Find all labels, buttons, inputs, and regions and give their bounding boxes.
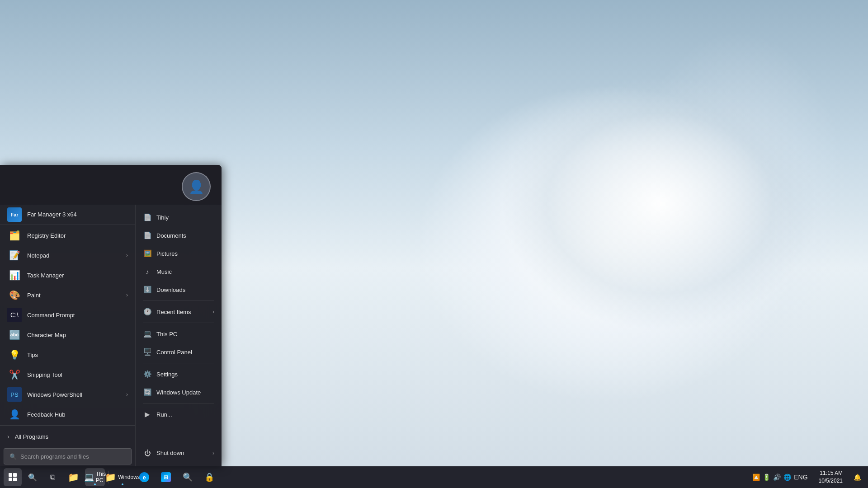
clock-date: 10/5/2021 bbox=[819, 477, 843, 485]
taskbar-search-icon: 🔍 bbox=[28, 473, 37, 482]
programs-separator bbox=[0, 425, 135, 426]
downloads-label: Downloads bbox=[156, 286, 185, 293]
user-avatar-button[interactable]: 👤 bbox=[182, 172, 211, 201]
settings-icon: ⚙️ bbox=[143, 370, 152, 379]
windows-logo-icon bbox=[9, 473, 17, 481]
tray-network-icon[interactable]: 🌐 bbox=[783, 474, 791, 481]
taskbar-edge-button[interactable]: e bbox=[134, 468, 154, 486]
program-item-powershell[interactable]: PS Windows PowerShell › bbox=[0, 385, 135, 404]
windows-folder-icon: 📁 bbox=[105, 472, 116, 483]
settings-label: Settings bbox=[156, 371, 178, 378]
right-item-settings[interactable]: ⚙️ Settings bbox=[136, 365, 222, 383]
paint-label: Paint bbox=[27, 292, 41, 299]
far-manager-label: Far Manager 3 x64 bbox=[27, 211, 77, 218]
right-separator-1 bbox=[143, 300, 214, 301]
taskbar-store-button[interactable]: ⊞ bbox=[156, 468, 176, 486]
feedback-hub-icon: 👤 bbox=[7, 407, 22, 422]
program-item-notepad[interactable]: 📝 Notepad › bbox=[0, 245, 135, 265]
program-item-tips[interactable]: 💡 Tips bbox=[0, 345, 135, 365]
program-item-feedback-hub[interactable]: 👤 Feedback Hub bbox=[0, 404, 135, 424]
taskbar-thispc-button[interactable]: 💻 This PC bbox=[85, 468, 105, 486]
search-icon: 🔍 bbox=[9, 453, 17, 460]
start-left-panel: Far Far Manager 3 x64 🗂️ Registry Editor… bbox=[0, 205, 136, 466]
clock-time: 11:15 AM bbox=[819, 469, 843, 477]
registry-editor-icon: 🗂️ bbox=[7, 228, 22, 243]
start-search-bar[interactable]: 🔍 bbox=[4, 448, 132, 465]
right-item-windows-update[interactable]: 🔄 Windows Update bbox=[136, 383, 222, 401]
program-item-command-prompt[interactable]: C:\ Command Prompt bbox=[0, 305, 135, 325]
tray-battery-icon[interactable]: 🔋 bbox=[763, 474, 770, 481]
tray-icons: 🔼 🔋 🔊 🌐 ENG bbox=[749, 474, 811, 481]
music-label: Music bbox=[156, 268, 172, 275]
task-manager-label: Task Manager bbox=[27, 272, 64, 279]
notepad-arrow: › bbox=[126, 252, 128, 258]
tips-icon: 💡 bbox=[7, 347, 22, 362]
right-item-documents[interactable]: 📄 Documents bbox=[136, 226, 222, 244]
command-prompt-icon: C:\ bbox=[7, 308, 22, 322]
shutdown-icon: ⏻ bbox=[143, 449, 152, 458]
right-item-recent-items[interactable]: 🕐 Recent Items › bbox=[136, 303, 222, 321]
recent-items-label: Recent Items bbox=[156, 309, 191, 315]
right-item-control-panel[interactable]: 🖥️ Control Panel bbox=[136, 343, 222, 361]
tihiy-icon: 📄 bbox=[143, 213, 152, 222]
search2-icon: 🔍 bbox=[183, 472, 193, 482]
windows-update-icon: 🔄 bbox=[143, 388, 152, 397]
shutdown-label: Shut down bbox=[156, 450, 184, 456]
thispc-taskbar-label: This PC bbox=[96, 471, 106, 483]
tray-sound-icon[interactable]: 🔊 bbox=[773, 474, 781, 481]
right-item-music[interactable]: ♪ Music bbox=[136, 263, 222, 281]
program-item-registry-editor[interactable]: 🗂️ Registry Editor bbox=[0, 225, 135, 245]
snipping-tool-label: Snipping Tool bbox=[27, 371, 62, 378]
program-item-paint[interactable]: 🎨 Paint › bbox=[0, 285, 135, 305]
right-separator-3 bbox=[143, 363, 214, 363]
all-programs-chevron: › bbox=[7, 433, 9, 440]
explorer-icon: 📁 bbox=[68, 472, 79, 483]
start-right-panel: 📄 Tihiy 📄 Documents 🖼️ Pictures ♪ Music … bbox=[136, 205, 222, 466]
task-manager-icon: 📊 bbox=[7, 268, 22, 282]
shutdown-arrow: › bbox=[212, 450, 214, 456]
notification-button[interactable]: 🔔 bbox=[850, 468, 864, 486]
horse-illustration bbox=[416, 45, 823, 361]
paint-icon: 🎨 bbox=[7, 288, 22, 302]
snipping-tool-icon: ✂️ bbox=[7, 367, 22, 382]
taskbar-taskview-button[interactable]: ⧉ bbox=[43, 468, 61, 486]
right-item-downloads[interactable]: ⬇️ Downloads bbox=[136, 281, 222, 299]
program-item-character-map[interactable]: 🔤 Character Map bbox=[0, 325, 135, 345]
pinned-app-far-manager[interactable]: Far Far Manager 3 x64 bbox=[0, 205, 135, 225]
user-profile-area: 👤 bbox=[0, 165, 222, 205]
right-item-tihiy[interactable]: 📄 Tihiy bbox=[136, 208, 222, 226]
notepad-icon: 📝 bbox=[7, 248, 22, 263]
all-programs-button[interactable]: › All Programs bbox=[0, 427, 135, 446]
taskbar: 🔍 ⧉ 📁 💻 This PC 📁 Windows e ⊞ 🔍 🔒 🔼 🔋 bbox=[0, 466, 868, 488]
edge-icon: e bbox=[139, 472, 149, 482]
tihiy-label: Tihiy bbox=[156, 214, 169, 221]
downloads-icon: ⬇️ bbox=[143, 285, 152, 294]
windows-update-label: Windows Update bbox=[156, 389, 201, 396]
taskbar-windows-folder-button[interactable]: 📁 Windows bbox=[113, 468, 132, 486]
music-icon: ♪ bbox=[143, 267, 152, 276]
taskbar-security-button[interactable]: 🔒 bbox=[199, 468, 219, 486]
run-label: Run... bbox=[156, 411, 172, 418]
store-icon: ⊞ bbox=[161, 472, 171, 482]
tray-show-hidden-icon[interactable]: 🔼 bbox=[752, 474, 760, 481]
search-input[interactable] bbox=[20, 453, 126, 460]
this-pc-icon: 💻 bbox=[143, 329, 152, 338]
taskbar-clock[interactable]: 11:15 AM 10/5/2021 bbox=[815, 469, 846, 485]
right-separator-4 bbox=[143, 403, 214, 404]
taskbar-search2-button[interactable]: 🔍 bbox=[178, 468, 198, 486]
program-item-snipping-tool[interactable]: ✂️ Snipping Tool bbox=[0, 365, 135, 385]
right-item-run[interactable]: ▶ Run... bbox=[136, 405, 222, 423]
taskbar-search-button[interactable]: 🔍 bbox=[24, 468, 42, 486]
start-button[interactable] bbox=[4, 468, 22, 486]
taskbar-explorer-button[interactable]: 📁 bbox=[63, 468, 83, 486]
feedback-hub-label: Feedback Hub bbox=[27, 411, 66, 418]
right-item-pictures[interactable]: 🖼️ Pictures bbox=[136, 244, 222, 263]
pictures-icon: 🖼️ bbox=[143, 249, 152, 258]
character-map-icon: 🔤 bbox=[7, 328, 22, 342]
shutdown-button[interactable]: ⏻ Shut down › bbox=[136, 443, 222, 463]
user-person-icon: 👤 bbox=[189, 179, 204, 194]
start-menu: 👤 Far Far Manager 3 x64 🗂️ Registry Edit… bbox=[0, 165, 222, 466]
tray-lang-label[interactable]: ENG bbox=[794, 474, 807, 481]
program-item-task-manager[interactable]: 📊 Task Manager bbox=[0, 265, 135, 285]
right-item-this-pc[interactable]: 💻 This PC bbox=[136, 325, 222, 343]
